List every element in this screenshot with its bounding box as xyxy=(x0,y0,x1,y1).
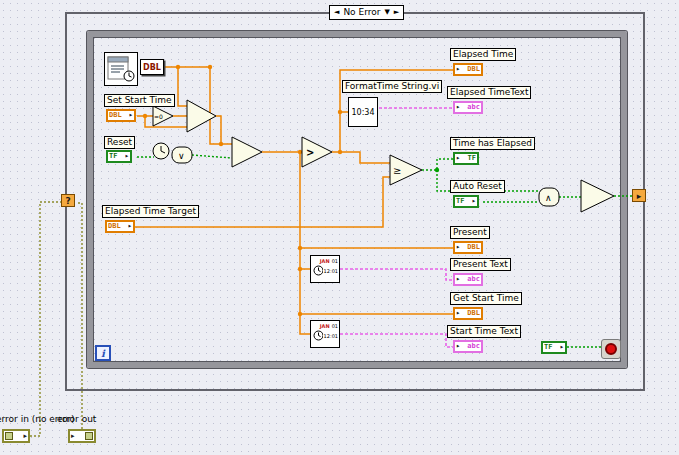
boolean-wires[interactable] xyxy=(137,155,632,347)
iteration-terminal[interactable]: i xyxy=(95,345,111,361)
stop-condition-terminal[interactable]: TF ▸ xyxy=(541,341,567,354)
subtract-node[interactable] xyxy=(232,137,262,167)
present-terminal[interactable]: ▸ DBL xyxy=(453,241,483,254)
greater-glyph: > xyxy=(306,147,314,158)
case-selector-label: No Error xyxy=(343,6,380,19)
case-selector[interactable]: ◄ No Error ▼ ► xyxy=(329,5,404,20)
terminal-arrow-icon: ▸ xyxy=(456,342,460,351)
dbl-type-label: DBL xyxy=(467,65,480,74)
question-icon: ? xyxy=(65,196,70,206)
result-select-node[interactable] xyxy=(581,180,614,212)
string-type-label: abc xyxy=(467,342,480,351)
time-has-elapsed-terminal[interactable]: ▸ TF xyxy=(453,152,479,165)
case-next-icon[interactable]: ► xyxy=(394,6,399,19)
terminal-arrow-icon: ▸ xyxy=(456,154,460,163)
clock-time-label: 12:01 xyxy=(324,268,338,274)
string-type-label: abc xyxy=(467,103,480,112)
get-start-time-label: Get Start Time xyxy=(450,292,522,305)
terminal-arrow-icon: ▸ xyxy=(560,343,564,352)
present-text-label: Present Text xyxy=(450,258,511,271)
get-date-time-node[interactable] xyxy=(104,52,138,86)
numeric-wires[interactable] xyxy=(135,67,453,334)
block-diagram: =0 > ≥ ∨ ∧ ◄ No Error ▼ ► ? ▸ D xyxy=(0,0,679,455)
clock-day-label: 01 xyxy=(332,323,338,329)
start-time-text-label: Start Time Text xyxy=(447,325,521,338)
tunnel-arrow-icon: ▸ xyxy=(637,191,642,201)
error-out-terminal[interactable]: ▸ xyxy=(68,429,96,443)
present-label: Present xyxy=(450,226,490,239)
terminal-arrow-icon: ▸ xyxy=(129,111,133,120)
to-double-conversion-node[interactable]: DBL xyxy=(140,59,164,75)
terminal-arrow-icon: ▸ xyxy=(128,222,132,231)
tf-type-label: TF xyxy=(544,343,552,352)
clock-time-label: 12:01 xyxy=(324,333,338,339)
set-start-time-terminal[interactable]: DBL ▸ xyxy=(106,109,136,122)
clock-face-icon xyxy=(313,265,323,276)
set-start-time-label: Set Start Time xyxy=(104,94,175,107)
greater-equal-glyph: ≥ xyxy=(393,165,401,176)
elapsed-time-target-label: Elapsed Time Target xyxy=(102,205,199,218)
dbl-type-label: DBL xyxy=(467,309,480,318)
terminal-arrow-icon: ▸ xyxy=(472,197,476,206)
case-dropdown-icon[interactable]: ▼ xyxy=(384,6,389,19)
time-has-elapsed-label: Time has Elapsed xyxy=(450,137,535,150)
error-out-label: error out xyxy=(57,414,96,424)
error-wires[interactable] xyxy=(30,202,82,436)
dbl-type-label: DBL xyxy=(467,243,480,252)
format-date-time-string-node[interactable]: JAN01 12:01 xyxy=(310,320,340,348)
get-start-time-terminal[interactable]: ▸ DBL xyxy=(453,307,483,320)
format-time-vi-label: FormatTime String.vi xyxy=(342,80,442,93)
elapsed-time-text-label: Elapsed TimeText xyxy=(447,86,531,99)
reset-terminal[interactable]: TF ▸ xyxy=(106,150,132,163)
auto-reset-terminal[interactable]: TF ▸ xyxy=(453,195,479,208)
case-output-tunnel[interactable]: ▸ xyxy=(632,189,646,202)
select-node[interactable] xyxy=(187,100,216,132)
elapsed-time-terminal[interactable]: ▸ DBL xyxy=(453,63,483,76)
terminal-arrow-icon: ▸ xyxy=(23,433,27,440)
string-type-label: abc xyxy=(467,275,480,284)
dbl-type-label: DBL xyxy=(108,222,121,231)
terminal-arrow-icon: ▸ xyxy=(125,152,129,161)
start-time-text-terminal[interactable]: ▸ abc xyxy=(453,340,483,353)
terminal-arrow-icon: ▸ xyxy=(456,275,460,284)
elapsed-time-target-terminal[interactable]: DBL ▸ xyxy=(105,220,135,233)
clock-month-label: JAN xyxy=(320,258,330,264)
or-glyph: ∨ xyxy=(178,151,185,161)
error-cluster-icon xyxy=(5,432,13,440)
terminal-arrow-icon: ▸ xyxy=(456,309,460,318)
terminal-arrow-icon: ▸ xyxy=(456,243,460,252)
and-glyph: ∧ xyxy=(545,193,552,203)
terminal-arrow-icon: ▸ xyxy=(456,65,460,74)
dbl-conversion-label: DBL xyxy=(143,63,161,72)
clock-face-icon xyxy=(313,330,323,341)
error-in-terminal[interactable]: ▸ xyxy=(2,429,30,443)
clock-month-label: JAN xyxy=(320,323,330,329)
format-date-time-string-node[interactable]: JAN01 12:01 xyxy=(310,255,340,283)
elapsed-time-label: Elapsed Time xyxy=(450,48,516,61)
present-text-terminal[interactable]: ▸ abc xyxy=(453,273,483,286)
clock-day-label: 01 xyxy=(332,258,338,264)
tf-type-label: TF xyxy=(468,154,476,163)
error-cluster-icon xyxy=(85,432,93,440)
case-selector-tunnel[interactable]: ? xyxy=(61,194,75,207)
terminal-arrow-icon: ▸ xyxy=(456,103,460,112)
get-date-time-icon xyxy=(106,54,136,84)
auto-reset-label: Auto Reset xyxy=(450,180,505,193)
reset-label: Reset xyxy=(104,136,135,149)
tf-type-label: TF xyxy=(109,152,117,161)
iteration-label: i xyxy=(101,348,105,359)
stop-icon xyxy=(605,343,617,355)
terminal-arrow-icon: ▸ xyxy=(71,433,75,440)
format-time-node[interactable]: 10:34 xyxy=(348,97,378,127)
dbl-type-label: DBL xyxy=(109,111,122,120)
tf-type-label: TF xyxy=(456,197,464,206)
stop-button[interactable] xyxy=(601,339,621,359)
equal-zero-glyph: =0 xyxy=(154,113,163,120)
format-time-display: 10:34 xyxy=(351,108,374,117)
case-prev-icon[interactable]: ◄ xyxy=(334,6,339,19)
elapsed-time-text-terminal[interactable]: ▸ abc xyxy=(453,101,483,114)
